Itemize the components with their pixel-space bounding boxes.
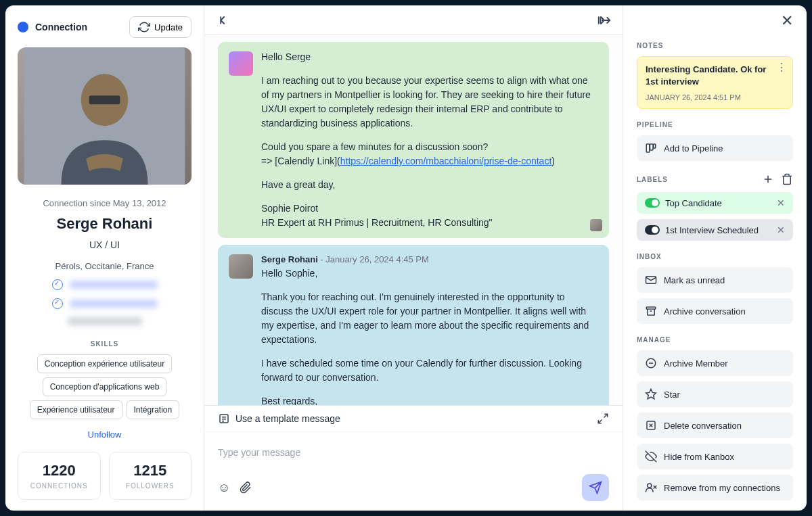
pipeline-header: PIPELINE [637,121,793,128]
svg-rect-13 [646,307,656,309]
expand-icon[interactable] [597,413,609,425]
connection-since: Connection since May 13, 2012 [18,198,191,208]
remove-label-icon[interactable]: ✕ [777,225,785,235]
msg-meta: Serge Rohani - January 26, 2024 4:45 PM [261,253,598,266]
remove-user-icon [645,482,657,494]
note-card: Interesting Candidate. Ok for 1st interv… [637,56,793,109]
profile-name: Serge Rohani [18,215,191,233]
svg-rect-2 [89,95,120,104]
send-icon [589,481,602,494]
msg-paragraph: I have scheduled some time on your Calen… [261,356,598,385]
verified-icon [52,279,63,290]
archive-member-icon [645,357,657,369]
notes-header: NOTES [637,42,793,49]
add-to-pipeline-button[interactable]: Add to Pipeline [637,135,793,161]
back-icon[interactable] [215,13,230,28]
verified-phone-row [18,298,191,309]
note-text: Interesting Candidate. Ok for 1st interv… [646,64,784,88]
details-panel: ✕ NOTES Interesting Candidate. Ok for 1s… [623,5,807,511]
verified-email-row [18,279,191,290]
attachment-icon[interactable] [240,482,252,494]
message-incoming: Serge Rohani - January 26, 2024 4:45 PM … [218,245,609,405]
message-input[interactable] [218,439,609,466]
remove-label-icon[interactable]: ✕ [777,197,785,208]
unfollow-button[interactable]: Unfollow [81,425,129,444]
skill-chip[interactable]: Intégration [127,400,180,419]
profile-panel: Connection Update Connection since May 1… [5,5,204,511]
msg-signature: Best regards,Serge [261,394,598,406]
label-interview-scheduled[interactable]: 1st Interview Scheduled ✕ [637,219,793,241]
redacted-row [18,317,191,325]
skill-chip[interactable]: Conception expérience utilisateur [37,354,172,373]
label-toggle-icon [645,198,660,208]
svg-rect-7 [646,144,650,152]
skills-list: Conception expérience utilisateur Concep… [18,354,191,419]
svg-point-20 [648,484,652,488]
archive-conversation-button[interactable]: Archive conversation [637,298,793,324]
sender-avatar [229,254,253,279]
profile-location: Pérols, Occitanie, France [18,261,191,271]
hide-icon [645,450,657,463]
msg-greeting: Hello Serge [261,50,598,64]
followers-label: FOLLOWERS [115,482,186,490]
svg-rect-9 [654,144,656,148]
star-icon [645,388,657,400]
redacted-email [70,281,158,289]
forward-icon[interactable] [597,13,612,28]
mail-icon [645,274,657,286]
skill-chip[interactable]: Conception d'applications web [43,377,167,396]
delete-icon [645,419,657,431]
calendly-link[interactable]: https://calendly.com/mbacchialoni/prise-… [340,156,552,166]
svg-rect-8 [650,144,654,150]
sender-avatar [229,51,253,76]
msg-closing: Have a great day, [261,178,598,192]
msg-paragraph: Thank you for reaching out. I'm genuinel… [261,290,598,347]
archive-icon [645,305,657,317]
connection-badge: Connection [18,22,87,32]
connection-label: Connection [35,22,87,32]
delete-conversation-button[interactable]: Delete conversation [637,413,793,438]
redacted-phone [70,300,158,308]
add-label-icon[interactable] [762,173,774,185]
msg-signature: Sophie PoirotHR Expert at RH Primus | Re… [261,202,598,230]
note-date: JANUARY 26, 2024 4:51 PM [646,93,784,101]
connections-count: 1220 [24,462,95,479]
inbox-header: INBOX [637,253,793,260]
message-outgoing: Hello Serge I am reaching out to you bec… [218,42,609,238]
hide-from-kanbox-button[interactable]: Hide from Kanbox [637,444,793,469]
archive-member-button[interactable]: Archive Member [637,350,793,376]
chat-panel: Hello Serge I am reaching out to you bec… [204,5,623,511]
label-toggle-icon [645,225,660,235]
msg-paragraph: Could you spare a few minutes for a disc… [261,140,598,168]
emoji-icon[interactable]: ☺ [218,481,230,495]
svg-marker-16 [646,390,656,399]
read-receipt-avatar [590,219,602,231]
template-message-button[interactable]: Use a template message [218,413,340,425]
delete-label-icon[interactable] [781,173,793,185]
labels-header: LABELS [637,176,668,183]
update-button[interactable]: Update [129,16,191,38]
profile-role: UX / UI [18,239,191,250]
redacted-field [68,317,142,325]
refresh-icon [138,21,150,33]
msg-paragraph: I am reaching out to you because your ex… [261,74,598,131]
manage-header: MANAGE [637,336,793,344]
verified-icon [52,298,63,309]
skills-header: SKILLS [18,340,191,348]
status-dot-icon [18,22,28,32]
followers-stat: 1215 FOLLOWERS [109,452,192,500]
skill-chip[interactable]: Expérience utilisateur [30,400,122,419]
mark-unread-button[interactable]: Mark as unread [637,267,793,293]
star-button[interactable]: Star [637,381,793,407]
msg-greeting: Hello Sophie, [261,266,598,281]
followers-count: 1215 [115,462,186,479]
note-menu-icon[interactable]: ⋮ [776,62,787,73]
remove-connection-button[interactable]: Remove from my connections [637,475,793,500]
close-icon[interactable]: ✕ [781,12,793,30]
send-button[interactable] [582,474,609,501]
label-top-candidate[interactable]: Top Candidate ✕ [637,192,793,214]
connections-stat: 1220 CONNECTIONS [18,452,101,500]
profile-avatar [18,47,191,185]
template-icon [218,413,230,425]
connections-label: CONNECTIONS [24,482,95,490]
